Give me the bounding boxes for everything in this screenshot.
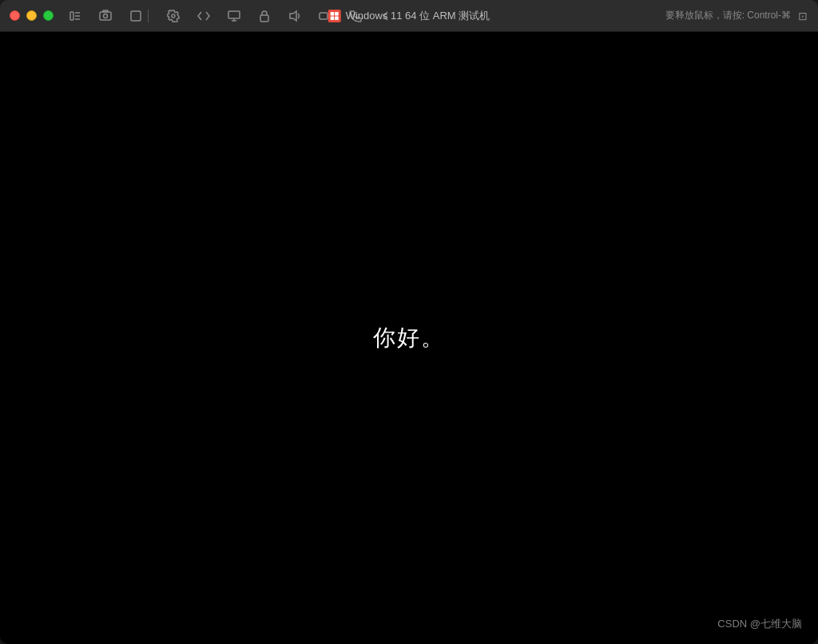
svg-point-8 — [172, 14, 175, 18]
svg-rect-9 — [228, 11, 240, 18]
svg-rect-0 — [70, 12, 73, 20]
toolbar-icons-left — [66, 7, 145, 25]
traffic-lights — [10, 10, 54, 21]
volume-icon[interactable] — [286, 7, 304, 25]
sidebar-toggle-icon[interactable] — [66, 7, 84, 25]
watermark: CSDN @七维大脑 — [717, 617, 802, 631]
display-icon[interactable] — [225, 7, 243, 25]
release-hint: 要释放鼠标，请按: Control-⌘ — [665, 9, 791, 22]
greeting-text: 你好。 — [373, 323, 445, 353]
svg-point-5 — [104, 14, 108, 18]
svg-rect-14 — [320, 13, 328, 19]
svg-marker-13 — [290, 11, 296, 21]
window-title: Windows 11 64 位 ARM 测试机 — [346, 9, 490, 23]
svg-rect-6 — [103, 10, 108, 12]
title-right: 要释放鼠标，请按: Control-⌘ ⊡ — [665, 9, 808, 22]
vm-content: 你好。 CSDN @七维大脑 — [0, 32, 818, 644]
svg-rect-12 — [260, 15, 268, 22]
titlebar: Windows 11 64 位 ARM 测试机 要释放鼠标，请按: Contro… — [0, 0, 818, 32]
svg-rect-18 — [335, 16, 339, 20]
window-mode-icon[interactable] — [127, 7, 145, 25]
title-area: Windows 11 64 位 ARM 测试机 — [328, 9, 490, 23]
settings-icon[interactable] — [165, 7, 182, 25]
minimize-button[interactable] — [26, 10, 37, 21]
svg-rect-15 — [331, 12, 335, 16]
vm-window: Windows 11 64 位 ARM 测试机 要释放鼠标，请按: Contro… — [0, 0, 818, 644]
vm-app-icon — [328, 10, 341, 22]
maximize-button[interactable] — [43, 10, 54, 21]
svg-rect-17 — [331, 16, 335, 20]
expand-icon[interactable]: ⊡ — [797, 10, 808, 22]
code-icon[interactable] — [195, 7, 212, 25]
toolbar-separator-1 — [148, 10, 149, 22]
svg-rect-16 — [335, 12, 339, 16]
svg-rect-4 — [100, 12, 111, 20]
screenshot-icon[interactable] — [97, 7, 114, 25]
svg-rect-7 — [131, 11, 141, 21]
close-button[interactable] — [10, 10, 20, 21]
lock-icon[interactable] — [256, 7, 273, 25]
